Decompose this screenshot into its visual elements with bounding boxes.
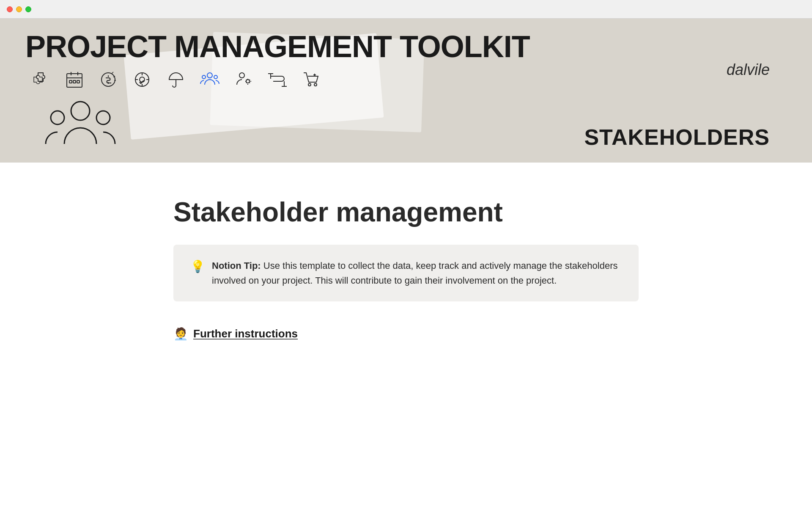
browser-content: PROJECT MANAGEMENT TOOLKIT	[0, 19, 812, 375]
svg-point-26	[96, 111, 110, 124]
hero-nav	[25, 62, 787, 91]
svg-point-16	[202, 75, 206, 79]
svg-rect-6	[77, 80, 80, 83]
brand-name: dalvile	[727, 61, 770, 79]
tip-body: Use this template to collect the data, k…	[212, 260, 617, 286]
page-content: Stakeholder management 💡 Notion Tip: Use…	[131, 163, 681, 375]
tip-box: 💡 Notion Tip: Use this template to colle…	[173, 245, 639, 301]
svg-point-15	[207, 73, 212, 78]
page-title: Stakeholder management	[173, 196, 639, 228]
svg-rect-5	[73, 80, 76, 83]
further-instructions-link[interactable]: Further instructions	[193, 327, 298, 340]
umbrella-nav-icon[interactable]	[165, 69, 187, 91]
svg-point-25	[51, 111, 64, 124]
svg-point-21	[314, 83, 317, 86]
hero-banner: PROJECT MANAGEMENT TOOLKIT	[0, 19, 812, 163]
hero-title: PROJECT MANAGEMENT TOOLKIT	[25, 31, 787, 62]
titlebar	[0, 0, 812, 19]
maximize-button[interactable]	[25, 6, 31, 12]
team-nav-icon[interactable]	[199, 69, 221, 91]
tip-text: Notion Tip: Use this template to collect…	[212, 258, 622, 288]
tip-label: Notion Tip:	[212, 260, 261, 271]
stakeholder-large-icon	[42, 89, 118, 163]
close-button[interactable]	[7, 6, 13, 12]
svg-point-9	[140, 77, 145, 82]
svg-point-17	[214, 75, 217, 79]
svg-point-20	[308, 83, 311, 86]
svg-point-7	[102, 73, 115, 86]
tip-icon: 💡	[190, 258, 205, 275]
section-label: STAKEHOLDERS	[584, 124, 770, 150]
settings-check-nav-icon[interactable]	[131, 69, 153, 91]
gear-person-nav-icon[interactable]	[233, 69, 255, 91]
further-instructions-icon: 🧑‍💼	[173, 327, 188, 341]
puzzle-nav-icon[interactable]	[30, 69, 52, 91]
cart-nav-icon[interactable]	[300, 69, 322, 91]
further-instructions[interactable]: 🧑‍💼 Further instructions	[173, 327, 639, 341]
calendar-nav-icon[interactable]	[63, 69, 85, 91]
svg-rect-4	[69, 80, 72, 83]
hero-content: PROJECT MANAGEMENT TOOLKIT	[0, 19, 812, 91]
svg-point-24	[71, 102, 90, 120]
arrows-nav-icon[interactable]	[266, 69, 288, 91]
minimize-button[interactable]	[16, 6, 22, 12]
svg-point-18	[239, 73, 244, 78]
money-chart-nav-icon[interactable]	[97, 69, 119, 91]
